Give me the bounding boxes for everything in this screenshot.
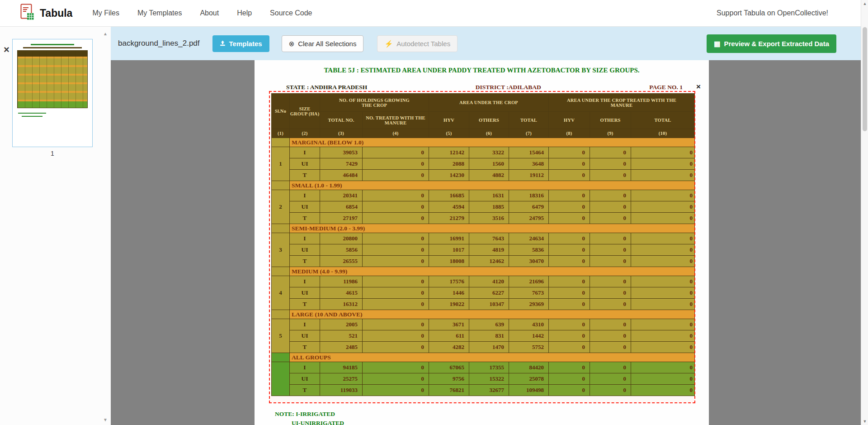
document-notes: NOTE: I-IRRIGATED UI-UNIRRIGATED bbox=[275, 410, 344, 425]
clear-all-selections-button[interactable]: ⊗ Clear All Selections bbox=[282, 35, 364, 52]
templates-button-label: Templates bbox=[229, 40, 262, 48]
preview-export-button[interactable]: ▦ Preview & Export Extracted Data bbox=[707, 34, 836, 53]
page-thumbnail[interactable] bbox=[12, 39, 93, 147]
thumb-meta-line bbox=[23, 47, 82, 48]
open-filename: background_lines_2.pdf bbox=[118, 39, 200, 48]
scrollbar-thumb[interactable] bbox=[863, 27, 867, 131]
page-thumbnail-preview bbox=[13, 39, 92, 147]
clear-selections-icon: ⊗ bbox=[289, 40, 295, 47]
nav-item-source-code[interactable]: Source Code bbox=[270, 9, 312, 17]
sidebar-scroll-up-icon[interactable]: ▲ bbox=[103, 31, 108, 36]
sidebar-scroll-down-icon[interactable]: ▼ bbox=[103, 417, 108, 422]
thumb-title-line bbox=[31, 44, 74, 45]
thumb-mini-table bbox=[17, 50, 88, 108]
thumb-note-line bbox=[18, 113, 46, 114]
toolbar: background_lines_2.pdf Templates ⊗ Clear… bbox=[111, 27, 868, 60]
nav-item-my-files[interactable]: My Files bbox=[92, 9, 119, 17]
note-line-2: UI-UNIRRIGATED bbox=[292, 419, 344, 425]
tabula-logo-icon bbox=[20, 4, 34, 23]
brand[interactable]: Tabula bbox=[20, 4, 72, 23]
nav-item-my-templates[interactable]: My Templates bbox=[137, 9, 182, 17]
main-area: background_lines_2.pdf Templates ⊗ Clear… bbox=[111, 27, 868, 425]
pdf-canvas: TABLE 5J : ESTIMATED AREA UNDER PADDY TR… bbox=[111, 60, 868, 425]
support-link[interactable]: Support Tabula on OpenCollective! bbox=[717, 9, 828, 17]
pdf-page[interactable]: TABLE 5J : ESTIMATED AREA UNDER PADDY TR… bbox=[255, 60, 709, 425]
page-number-label: 1 bbox=[12, 150, 93, 157]
sidebar: × ▲ bbox=[0, 27, 111, 425]
remove-file-icon[interactable]: × bbox=[4, 45, 9, 55]
nav-menu: My Files My Templates About Help Source … bbox=[92, 9, 312, 17]
upload-icon bbox=[220, 40, 226, 47]
lightning-icon: ⚡ bbox=[384, 40, 393, 47]
workspace: × ▲ bbox=[0, 27, 868, 425]
vertical-scrollbar[interactable]: ▲ ▼ bbox=[861, 0, 868, 425]
document-table-wrap: × Sl.No SIZE GROUP (HA) bbox=[271, 93, 694, 396]
autodetect-tables-button[interactable]: ⚡ Autodetect Tables bbox=[377, 35, 458, 52]
document-title: TABLE 5J : ESTIMATED AREA UNDER PADDY TR… bbox=[255, 67, 709, 74]
note-line-1: NOTE: I-IRRIGATED bbox=[275, 410, 344, 419]
document-meta-row: STATE : ANDHRA PRADESH DISTRICT :ADILABA… bbox=[286, 84, 683, 91]
thumb-note-line bbox=[22, 116, 42, 117]
brand-name: Tabula bbox=[40, 7, 72, 19]
district-text: DISTRICT :ADILABAD bbox=[476, 84, 541, 91]
clear-all-selections-label: Clear All Selections bbox=[298, 40, 356, 48]
page-no-text: PAGE NO. 1 bbox=[649, 84, 683, 91]
nav-item-about[interactable]: About bbox=[200, 9, 219, 17]
selection-close-icon[interactable]: × bbox=[696, 83, 701, 91]
scrollbar-up-icon[interactable]: ▲ bbox=[861, 1, 868, 6]
table-grid-icon: ▦ bbox=[714, 40, 720, 47]
tabula-app: Tabula My Files My Templates About Help … bbox=[0, 0, 868, 425]
state-text: STATE : ANDHRA PRADESH bbox=[286, 84, 367, 91]
preview-export-label: Preview & Export Extracted Data bbox=[724, 40, 829, 48]
navbar: Tabula My Files My Templates About Help … bbox=[0, 0, 868, 27]
scrollbar-down-icon[interactable]: ▼ bbox=[861, 419, 868, 424]
selection-box[interactable]: × bbox=[269, 91, 695, 403]
templates-button[interactable]: Templates bbox=[212, 35, 269, 52]
nav-item-help[interactable]: Help bbox=[237, 9, 252, 17]
autodetect-tables-label: Autodetect Tables bbox=[396, 40, 450, 48]
